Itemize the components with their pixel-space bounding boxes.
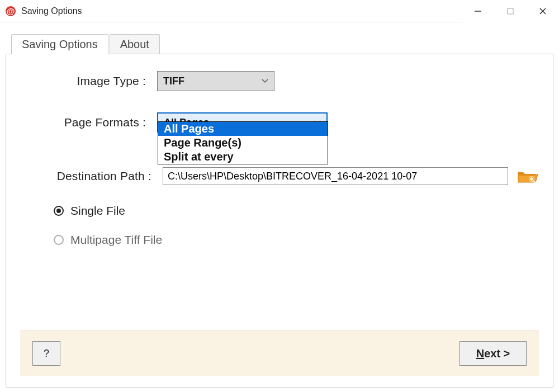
tab-body: Image Type : TIFF Page Formats : All Pag… bbox=[6, 54, 553, 388]
next-button[interactable]: Next > bbox=[459, 341, 527, 366]
close-button[interactable] bbox=[527, 0, 559, 22]
radio-single-file[interactable]: Single File bbox=[54, 204, 539, 218]
label-page-formats: Page Formats : bbox=[20, 116, 157, 129]
window-title: Saving Options bbox=[21, 6, 82, 16]
browse-folder-button[interactable] bbox=[517, 168, 539, 185]
image-type-value: TIFF bbox=[163, 75, 184, 87]
destination-path-input[interactable] bbox=[163, 167, 508, 185]
page-formats-dropdown: All Pages Page Range(s) Split at every bbox=[158, 121, 328, 164]
app-icon-glyph: @ bbox=[7, 7, 15, 15]
dropdown-option-all-pages[interactable]: All Pages bbox=[158, 122, 328, 136]
help-button[interactable]: ? bbox=[32, 341, 60, 366]
next-button-rest: ext > bbox=[484, 347, 510, 360]
minimize-button[interactable] bbox=[462, 0, 494, 22]
chevron-down-icon bbox=[262, 79, 268, 83]
tabs-row: Saving Options About bbox=[11, 34, 553, 54]
radio-multipage[interactable]: Multipage Tiff File bbox=[54, 233, 539, 247]
dropdown-option-page-range[interactable]: Page Range(s) bbox=[158, 136, 328, 150]
row-destination: Destination Path : bbox=[20, 167, 539, 185]
window-controls bbox=[462, 0, 559, 22]
footer: ? Next > bbox=[20, 330, 539, 376]
titlebar: @ Saving Options bbox=[0, 0, 559, 22]
content-area: Saving Options About Image Type : TIFF P… bbox=[0, 22, 559, 392]
tab-about[interactable]: About bbox=[110, 34, 160, 54]
image-type-select[interactable]: TIFF bbox=[157, 71, 274, 91]
radio-multipage-circle bbox=[54, 235, 64, 245]
radio-multipage-label: Multipage Tiff File bbox=[70, 233, 162, 247]
tab-saving-options[interactable]: Saving Options bbox=[11, 34, 108, 54]
label-image-type: Image Type : bbox=[20, 74, 157, 88]
svg-rect-1 bbox=[508, 8, 513, 14]
row-image-type: Image Type : TIFF bbox=[20, 71, 539, 91]
radio-single-file-label: Single File bbox=[70, 204, 125, 218]
next-button-underline: N bbox=[476, 347, 484, 360]
label-destination: Destination Path : bbox=[20, 169, 163, 183]
radio-single-file-circle bbox=[54, 206, 64, 216]
app-icon: @ bbox=[6, 6, 16, 16]
maximize-button[interactable] bbox=[494, 0, 527, 22]
radio-dot-icon bbox=[56, 209, 61, 213]
dropdown-option-split[interactable]: Split at every bbox=[158, 150, 328, 164]
